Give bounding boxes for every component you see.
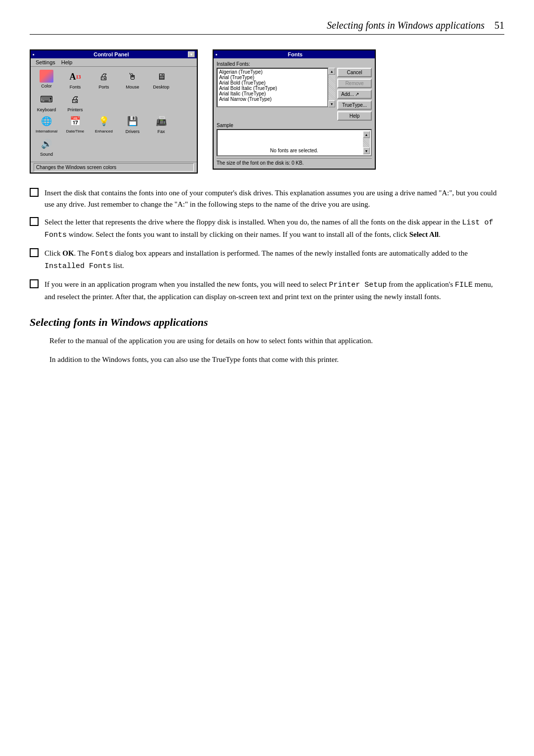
control-panel-titlebar: ▪ Control Panel ▼ [31, 50, 197, 58]
sound-label: Sound [40, 152, 53, 157]
icon-printers[interactable]: 🖨 Printers [62, 92, 88, 112]
ports-icon: 🖨 [96, 70, 111, 84]
fax-label: Fax [157, 129, 165, 134]
mouse-label: Mouse [126, 85, 139, 89]
icon-color[interactable]: Color [34, 70, 59, 89]
fonts-body: Installed Fonts: Algerian (TrueType) Ari… [214, 58, 375, 169]
scroll-down-button[interactable]: ▼ [328, 100, 335, 107]
bullet-text-1: Insert the disk that contains the fonts … [44, 187, 504, 210]
international-icon: 🌐 [39, 114, 54, 128]
desktop-icon: 🖥 [154, 70, 169, 84]
desktop-label: Desktop [153, 85, 169, 89]
icon-desktop[interactable]: 🖥 Desktop [148, 70, 174, 89]
font-item-5[interactable]: Arial Italic (TrueType) [218, 91, 327, 96]
font-item-4[interactable]: Arial Bold Italic (TrueType) [218, 86, 327, 91]
bullet-item-3: Click OK. The Fonts dialog box appears a… [30, 248, 504, 272]
ports-label: Ports [98, 85, 109, 89]
icons-row-2: 🌐 International 📅 Date/Time 💡 Enhanced 💾… [34, 114, 194, 157]
bullet-text-3: Click OK. The Fonts dialog box appears a… [44, 248, 504, 272]
section-paragraph-1: Refer to the manual of the application y… [49, 335, 504, 347]
cancel-button[interactable]: Cancel [337, 68, 372, 77]
control-panel-statusbar: Changes the Windows screen colors [31, 162, 197, 173]
sample-scroll-up[interactable]: ▲ [363, 131, 370, 138]
icon-keyboard[interactable]: ⌨ Keyboard [34, 92, 59, 112]
font-size-info: The size of the font on the disk is: 0 K… [217, 158, 372, 166]
installed-fonts-label: Installed Fonts: [217, 61, 372, 67]
bullet-item-2: Select the letter that represents the dr… [30, 217, 504, 241]
fonts-list-area: Algerian (TrueType) Arial (TrueType) Ari… [217, 68, 335, 121]
checkbox-2 [30, 217, 39, 226]
menu-help[interactable]: Help [58, 59, 76, 66]
fonts-title-text: Fonts [288, 51, 303, 57]
truetype-button[interactable]: TrueType... [337, 100, 372, 110]
mouse-icon: 🖱 [125, 70, 140, 84]
scroll-track[interactable] [328, 75, 335, 100]
sample-box: ▲ ▼ No fonts are selected. [217, 129, 372, 156]
datetime-icon: 📅 [68, 114, 83, 128]
titlebar-buttons: ▼ [188, 51, 195, 57]
sound-icon: 🔊 [39, 137, 54, 151]
section-heading: Selecting fonts in Windows applications [30, 316, 504, 329]
page-header-title: Selecting fonts in Windows applications [327, 20, 485, 31]
enhanced-label: Enhanced [95, 129, 113, 133]
enhanced-icon: 💡 [96, 114, 111, 128]
printers-label: Printers [67, 107, 83, 112]
font-item-3[interactable]: Arial Bold (TrueType) [218, 80, 327, 86]
keyboard-icon: ⌨ [39, 92, 54, 106]
color-icon [40, 70, 53, 83]
minimize-button[interactable]: ▼ [188, 51, 195, 57]
status-text: Changes the Windows screen colors [34, 163, 194, 172]
icon-international[interactable]: 🌐 International [34, 114, 59, 134]
section-paragraph-2: In addition to the Windows fonts, you ca… [49, 354, 504, 365]
control-panel-title-icon: ▪ [33, 51, 35, 57]
bullet-item-4: If you were in an application program wh… [30, 279, 504, 302]
checkbox-1 [30, 188, 39, 197]
no-fonts-selected-text: No fonts are selected. [218, 148, 371, 153]
icon-enhanced[interactable]: 💡 Enhanced [91, 114, 117, 134]
icon-mouse[interactable]: 🖱 Mouse [120, 70, 145, 89]
control-panel-title-text: Control Panel [93, 51, 129, 57]
icon-fax[interactable]: 📠 Fax [148, 114, 174, 134]
scroll-up-button[interactable]: ▲ [328, 68, 335, 75]
icon-drivers[interactable]: 💾 Drivers [120, 114, 145, 134]
fonts-dialog: ▪ Fonts Installed Fonts: Algerian (TrueT… [213, 49, 376, 170]
sample-scroll-track[interactable] [363, 138, 370, 147]
fonts-buttons: Cancel Remove Add... ↗ TrueType... Help [337, 68, 372, 121]
bullet-item-1: Insert the disk that contains the fonts … [30, 187, 504, 210]
control-panel-window: ▪ Control Panel ▼ Settings Help Color A1… [30, 49, 198, 174]
listbox-with-scroll: Algerian (TrueType) Arial (TrueType) Ari… [217, 68, 335, 107]
page-number: 51 [494, 20, 504, 31]
bullet-text-2: Select the letter that represents the dr… [44, 217, 504, 241]
icon-sound[interactable]: 🔊 Sound [34, 137, 59, 157]
icon-ports[interactable]: 🖨 Ports [91, 70, 117, 89]
icon-fonts[interactable]: A13 Fonts [62, 70, 88, 89]
help-button[interactable]: Help [337, 111, 372, 121]
fonts-icon: A13 [68, 70, 83, 84]
color-label: Color [41, 84, 52, 89]
fonts-scrollbar[interactable]: ▲ ▼ [328, 68, 335, 107]
bullet-list: Insert the disk that contains the fonts … [30, 187, 504, 302]
control-panel-content: Color A13 Fonts 🖨 Ports 🖱 Mouse 🖥 Deskto… [31, 67, 197, 162]
keyboard-label: Keyboard [37, 107, 56, 112]
international-label: International [36, 129, 57, 133]
drivers-label: Drivers [126, 129, 140, 134]
fonts-titlebar: ▪ Fonts [214, 50, 375, 58]
printers-icon: 🖨 [68, 92, 83, 106]
sample-label: Sample [217, 123, 372, 128]
menu-settings[interactable]: Settings [33, 59, 58, 66]
add-button[interactable]: Add... ↗ [337, 89, 372, 99]
page-header: Selecting fonts in Windows applications … [30, 20, 504, 35]
remove-button[interactable]: Remove [337, 79, 372, 88]
datetime-label: Date/Time [66, 129, 85, 133]
checkbox-3 [30, 248, 39, 257]
fonts-layout: Algerian (TrueType) Arial (TrueType) Ari… [217, 68, 372, 121]
font-item-1[interactable]: Algerian (TrueType) [218, 69, 327, 75]
fonts-listbox[interactable]: Algerian (TrueType) Arial (TrueType) Ari… [217, 68, 328, 107]
bullet-text-4: If you were in an application program wh… [44, 279, 504, 302]
checkbox-4 [30, 279, 39, 288]
font-item-2[interactable]: Arial (TrueType) [218, 75, 327, 80]
font-item-6[interactable]: Arial Narrow (TrueType) [218, 96, 327, 102]
fax-icon: 📠 [154, 114, 169, 128]
icon-datetime[interactable]: 📅 Date/Time [62, 114, 88, 134]
screenshots-row: ▪ Control Panel ▼ Settings Help Color A1… [30, 49, 504, 174]
